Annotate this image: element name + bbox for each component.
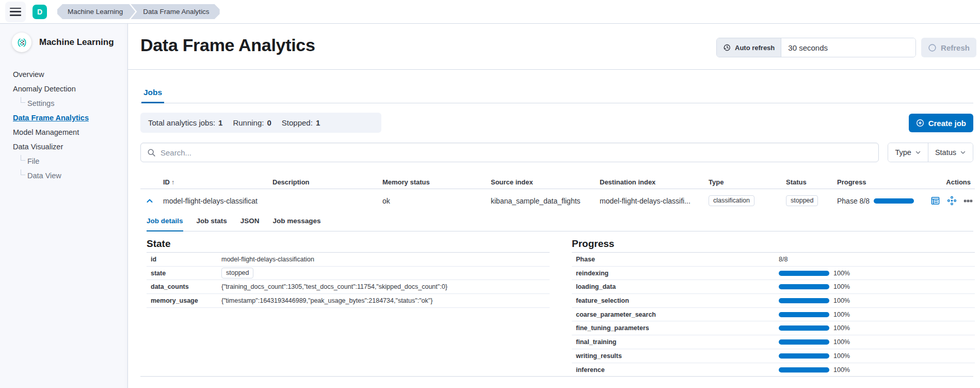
column-header-actions: Actions: [926, 178, 975, 186]
cell-id: model-flight-delays-classificat: [159, 197, 268, 205]
map-view-button[interactable]: [947, 196, 957, 206]
sidebar-item-data-frame-analytics[interactable]: Data Frame Analytics: [13, 111, 89, 125]
progress-phase-label: Phase 8/8: [837, 197, 870, 205]
running-jobs-value: 0: [267, 118, 271, 127]
sidebar-item-model-management[interactable]: Model Management: [13, 125, 79, 139]
sidebar-item-anomaly-detection[interactable]: Anomaly Detection: [13, 82, 76, 96]
cell-type: classification: [704, 195, 782, 206]
page-tabs: Jobs: [140, 88, 973, 103]
status-filter-button[interactable]: Status: [928, 143, 973, 162]
type-filter-button[interactable]: Type: [888, 143, 927, 162]
state-section: State id model-flight-delays-classificat…: [147, 238, 550, 377]
cell-source-index: kibana_sample_data_flights: [487, 197, 596, 205]
progress-bar: [779, 298, 829, 303]
sort-ascending-icon: ↑: [171, 179, 174, 186]
header-divider: [128, 69, 980, 70]
column-header-memory-status[interactable]: Memory status: [378, 178, 487, 186]
cell-status: stopped: [782, 195, 833, 206]
tab-job-messages[interactable]: Job messages: [273, 217, 321, 231]
details-bottom-divider: [140, 376, 973, 377]
progress-bar: [779, 271, 829, 276]
column-header-type[interactable]: Type: [704, 178, 782, 186]
menu-button[interactable]: [5, 2, 26, 22]
column-header-description[interactable]: Description: [268, 178, 378, 186]
search-icon: [147, 148, 156, 157]
tab-json[interactable]: JSON: [240, 217, 260, 231]
breadcrumb: Machine Learning Data Frame Analytics: [57, 4, 220, 19]
scatterplot-icon: [947, 196, 957, 206]
cell-memory-status: ok: [378, 197, 487, 205]
type-badge: classification: [709, 195, 754, 206]
cell-destination-index: model-flight-delays-classifi...: [596, 197, 704, 205]
jobs-table: ID↑ Description Memory status Source ind…: [140, 175, 975, 212]
clock-icon: [723, 43, 731, 52]
sidebar-header: Machine Learning: [0, 24, 127, 52]
tab-job-stats[interactable]: Job stats: [197, 217, 227, 231]
auto-refresh-label: Auto refresh: [717, 38, 781, 57]
create-job-button[interactable]: Create job: [909, 114, 973, 132]
sidebar-item-overview[interactable]: Overview: [13, 67, 44, 82]
sidebar-item-file[interactable]: File: [21, 154, 39, 168]
status-badge: stopped: [786, 195, 818, 206]
state-heading: State: [147, 238, 550, 253]
collapse-row-button[interactable]: [140, 197, 159, 205]
kibana-ml-app: D Machine Learning Data Frame Analytics: [0, 0, 980, 388]
jobs-stats-panel: Total analytics jobs: 1 Running: 0 Stopp…: [140, 113, 381, 133]
state-row-state: state stopped: [147, 267, 550, 281]
column-header-progress[interactable]: Progress: [833, 178, 926, 186]
sidebar-item-settings[interactable]: Settings: [21, 96, 54, 111]
column-header-id[interactable]: ID↑: [159, 178, 268, 186]
column-header-destination-index[interactable]: Destination index: [596, 178, 704, 186]
cell-actions: [926, 196, 975, 206]
progress-row-final-training: final_training 100%: [572, 335, 975, 349]
progress-bar: [779, 284, 829, 289]
sidebar: Machine Learning Overview Anomaly Detect…: [0, 24, 128, 388]
tab-job-details[interactable]: Job details: [147, 217, 183, 231]
table-row: model-flight-delays-classificat ok kiban…: [140, 189, 975, 212]
state-stopped-badge: stopped: [221, 268, 253, 278]
progress-row-loading-data: loading_data 100%: [572, 280, 975, 294]
refresh-button[interactable]: Refresh: [921, 38, 976, 57]
hamburger-icon: [10, 8, 21, 16]
auto-refresh-interval-input[interactable]: [781, 38, 915, 57]
progress-row-phase: Phase 8/8: [572, 253, 975, 267]
progress-bar: [779, 325, 829, 331]
details-tabs: Job details Job stats JSON Job messages: [147, 217, 973, 231]
progress-bar: [779, 353, 829, 359]
progress-row-coarse-parameter-search: coarse_parameter_search 100%: [572, 308, 975, 322]
total-jobs-label: Total analytics jobs:: [148, 118, 215, 127]
progress-bar: [779, 312, 829, 317]
chevron-down-icon: [960, 149, 966, 156]
tab-jobs[interactable]: Jobs: [141, 88, 164, 103]
search-input[interactable]: [160, 148, 872, 157]
state-row-id: id model-flight-delays-classification: [147, 253, 550, 267]
cell-progress: Phase 8/8: [833, 197, 926, 205]
progress-row-reindexing: reindexing 100%: [572, 267, 975, 281]
progress-section: Progress Phase 8/8 reindexing 100% loadi…: [572, 238, 975, 377]
progress-bar: [874, 198, 914, 204]
sidebar-item-data-view[interactable]: Data View: [21, 168, 61, 183]
stopped-jobs-value: 1: [316, 118, 320, 127]
column-header-source-index[interactable]: Source index: [487, 178, 596, 186]
search-box: [140, 143, 879, 162]
breadcrumb-data-frame-analytics[interactable]: Data Frame Analytics: [131, 4, 219, 19]
breadcrumb-machine-learning[interactable]: Machine Learning: [57, 4, 135, 19]
chevron-up-icon: [146, 197, 154, 205]
view-results-button[interactable]: [930, 196, 940, 206]
progress-bar: [779, 367, 829, 373]
column-header-status[interactable]: Status: [782, 178, 833, 186]
progress-row-writing-results: writing_results 100%: [572, 349, 975, 363]
more-actions-button[interactable]: [963, 196, 973, 206]
plus-in-circle-icon: [916, 119, 924, 127]
page-title: Data Frame Analytics: [140, 35, 315, 55]
state-row-data-counts: data_counts {"training_docs_count":1305,…: [147, 280, 550, 294]
sidebar-item-data-visualizer[interactable]: Data Visualizer: [13, 139, 63, 154]
avatar[interactable]: D: [33, 5, 47, 19]
progress-heading: Progress: [572, 238, 975, 253]
search-row: Type Status: [140, 143, 973, 162]
table-header-row: ID↑ Description Memory status Source ind…: [140, 175, 975, 189]
stopped-jobs-label: Stopped:: [282, 118, 313, 127]
chevron-down-icon: [915, 149, 921, 156]
refresh-icon: [928, 43, 937, 52]
auto-refresh-control: Auto refresh: [716, 38, 916, 57]
